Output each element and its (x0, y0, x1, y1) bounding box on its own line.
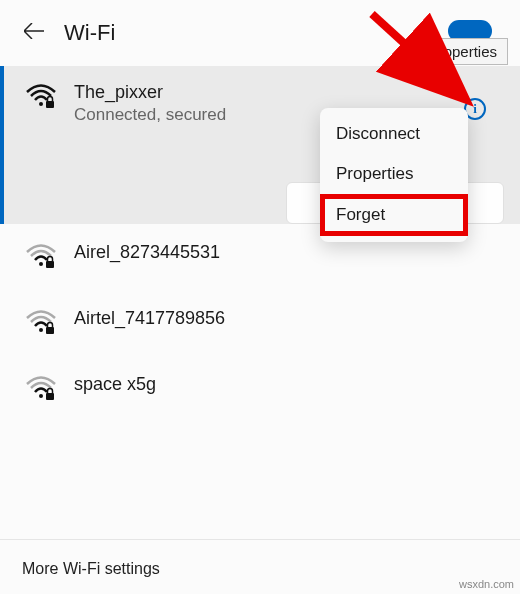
svg-point-4 (39, 328, 43, 332)
watermark: wsxdn.com (459, 578, 514, 590)
wifi-secured-icon (26, 374, 56, 404)
svg-point-2 (39, 262, 43, 266)
back-arrow-icon[interactable] (24, 23, 44, 44)
network-name: The_pixxer (74, 82, 226, 103)
network-text: space x5g (74, 374, 156, 395)
network-context-menu: Disconnect Properties Forget (320, 108, 468, 242)
network-status: Connected, secured (74, 105, 226, 125)
svg-point-0 (39, 102, 43, 106)
menu-properties[interactable]: Properties (320, 154, 468, 194)
network-text: Airel_8273445531 (74, 242, 220, 263)
wifi-secured-icon (26, 82, 56, 112)
wifi-secured-icon (26, 308, 56, 338)
network-text: Airtel_7417789856 (74, 308, 225, 329)
page-title: Wi-Fi (64, 20, 410, 46)
properties-tooltip: Properties (418, 38, 508, 65)
svg-rect-7 (46, 393, 54, 400)
network-item[interactable]: space x5g (0, 356, 520, 422)
network-item[interactable]: Airtel_7417789856 (0, 290, 520, 356)
network-name: Airel_8273445531 (74, 242, 220, 263)
wifi-secured-icon (26, 242, 56, 272)
network-text: The_pixxer Connected, secured (74, 82, 226, 125)
svg-rect-1 (46, 101, 54, 108)
svg-point-6 (39, 394, 43, 398)
more-wifi-settings-link[interactable]: More Wi-Fi settings (22, 560, 160, 578)
menu-disconnect[interactable]: Disconnect (320, 114, 468, 154)
divider (0, 539, 520, 540)
network-name: space x5g (74, 374, 156, 395)
menu-forget[interactable]: Forget (320, 194, 468, 236)
svg-rect-3 (46, 261, 54, 268)
network-name: Airtel_7417789856 (74, 308, 225, 329)
svg-rect-5 (46, 327, 54, 334)
